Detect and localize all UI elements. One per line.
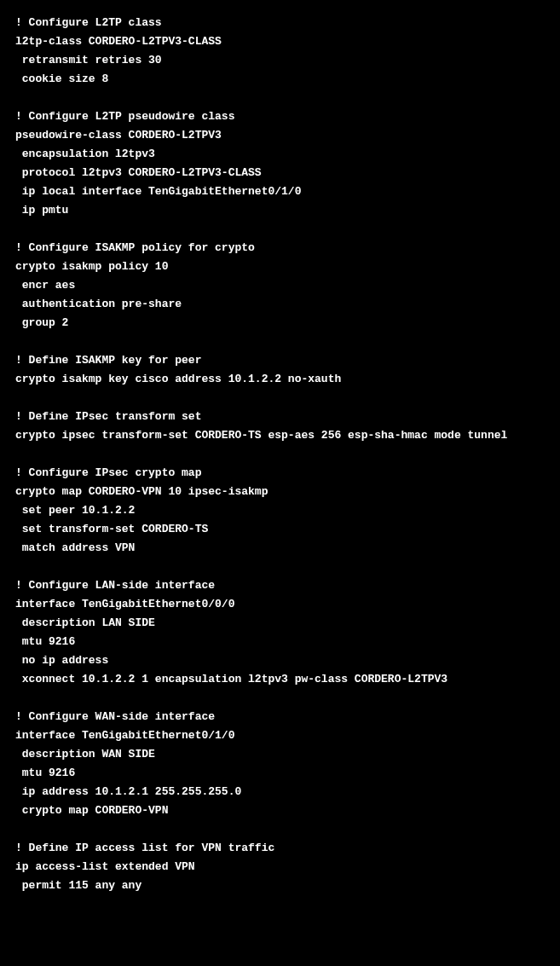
config-code-block: ! Configure L2TP class l2tp-class CORDER… <box>0 0 560 909</box>
